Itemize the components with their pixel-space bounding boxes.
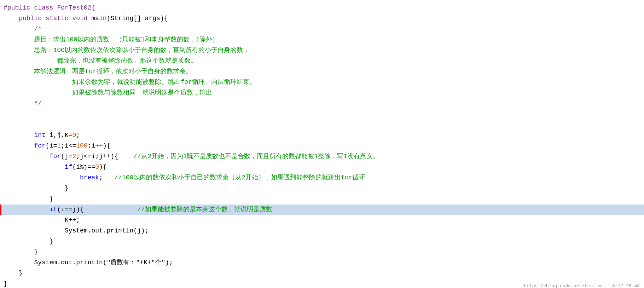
code-line: } bbox=[0, 268, 644, 279]
code-line: if(i==j){ //如果能被整除的是本身这个数，就说明是质数 bbox=[0, 205, 644, 215]
line-content: } bbox=[4, 236, 644, 247]
code-token: } bbox=[4, 185, 69, 192]
line-content: 如果被除数与除数相同，就说明这是个质数，输出。 bbox=[4, 88, 644, 98]
line-content: 思路：100以内的数依次依次除以小于自身的数，直到所有的小于自身的数， bbox=[4, 45, 644, 56]
code-line: */ bbox=[0, 98, 644, 109]
line-content: if(i==j){ //如果能被整除的是本身这个数，就说明是质数 bbox=[4, 205, 644, 215]
code-token bbox=[69, 15, 72, 22]
code-line: /* bbox=[0, 24, 644, 35]
code-token: ; bbox=[99, 174, 114, 181]
line-content bbox=[4, 120, 644, 130]
code-line: 本解法逻辑：两层for循环，依次对小于自身的数求余。 bbox=[0, 67, 644, 77]
code-token: 如果被除数与除数相同，就说明这是个质数，输出。 bbox=[4, 89, 219, 96]
code-token: for bbox=[50, 153, 61, 160]
code-token bbox=[4, 15, 19, 22]
line-content: K++; bbox=[4, 215, 644, 225]
code-token bbox=[42, 15, 46, 22]
code-token: #public class ForTest02{ bbox=[4, 4, 95, 11]
code-token bbox=[4, 174, 80, 181]
code-token: } bbox=[4, 280, 7, 287]
code-token: 100 bbox=[76, 142, 87, 149]
code-token: for bbox=[34, 142, 45, 149]
code-token: //100以内的数依次和小于自己的数求余（从2开始），如果遇到能整除的就跳出fo… bbox=[114, 174, 365, 181]
code-line: 如果余数为零，就说明能被整除。跳出for循环，内层循环结束。 bbox=[0, 77, 644, 88]
line-content: System.out.println(j); bbox=[4, 226, 644, 236]
code-token: ;i<= bbox=[61, 142, 76, 149]
code-token: ){ bbox=[99, 163, 107, 171]
line-content: for(j=2;j<=i;j++){ //从2开始，因为1既不是质数也不是合数，… bbox=[4, 151, 644, 162]
line-content: } bbox=[4, 183, 644, 194]
code-token: 0 bbox=[72, 132, 76, 139]
line-content bbox=[4, 109, 644, 119]
code-token bbox=[4, 132, 34, 139]
code-token: 思路：100以内的数依次依次除以小于自身的数，直到所有的小于自身的数， bbox=[4, 47, 249, 54]
code-token: 1 bbox=[57, 142, 61, 149]
code-line: } bbox=[0, 183, 644, 194]
code-token: (j= bbox=[61, 153, 72, 160]
code-token: 题目：求出100以内的质数。（只能被1和本身整数的数，1除外） bbox=[4, 36, 219, 43]
line-content: System.out.println("质数有："+K+"个"); bbox=[4, 258, 644, 268]
line-content: */ bbox=[4, 98, 644, 109]
code-token: if bbox=[50, 206, 57, 213]
code-line: } bbox=[0, 236, 644, 247]
code-token: K++; bbox=[4, 217, 80, 224]
line-content: 本解法逻辑：两层for循环，依次对小于自身的数求余。 bbox=[4, 67, 644, 77]
code-token: ;j<=i;j++){ bbox=[76, 153, 133, 160]
code-token: int bbox=[34, 132, 45, 139]
code-token: ;i++){ bbox=[88, 142, 111, 149]
code-token bbox=[4, 153, 50, 160]
code-token bbox=[4, 142, 34, 149]
code-token: if bbox=[65, 163, 72, 171]
line-content: if(i%j==0){ bbox=[4, 162, 644, 172]
code-line: 思路：100以内的数依次依次除以小于自身的数，直到所有的小于自身的数， bbox=[0, 45, 644, 56]
line-content: } bbox=[4, 247, 644, 257]
code-token: } bbox=[4, 195, 53, 202]
code-line: System.out.println("质数有："+K+"个"); bbox=[0, 258, 644, 268]
code-token: //如果能被整除的是本身这个数，就说明是质数 bbox=[137, 206, 272, 213]
code-token: */ bbox=[4, 100, 42, 107]
code-line: K++; bbox=[0, 215, 644, 226]
line-content: } bbox=[4, 194, 644, 204]
code-line: for(i=1;i<=100;i++){ bbox=[0, 141, 644, 151]
line-content: /* bbox=[4, 24, 644, 34]
code-token: (i==j){ bbox=[57, 206, 137, 213]
code-line: } bbox=[0, 247, 644, 258]
url-bar: https://blog.csdn.net/test_m... 8:17 28:… bbox=[524, 283, 640, 288]
code-token: 本解法逻辑：两层for循环，依次对小于自身的数求余。 bbox=[4, 68, 192, 75]
code-editor: #public class ForTest02{ public static v… bbox=[0, 0, 644, 288]
code-token: 2 bbox=[72, 153, 76, 160]
line-content: break; //100以内的数依次和小于自己的数求余（从2开始），如果遇到能整… bbox=[4, 173, 644, 183]
code-token: (i%j== bbox=[72, 163, 95, 171]
code-line: } bbox=[0, 194, 644, 205]
line-content: 题目：求出100以内的质数。（只能被1和本身整数的数，1除外） bbox=[4, 35, 644, 45]
code-token: ; bbox=[76, 132, 80, 139]
code-line bbox=[0, 109, 644, 120]
code-line: 都除完，也没有被整除的数。那这个数就是质数。 bbox=[0, 56, 644, 67]
code-line: 题目：求出100以内的质数。（只能被1和本身整数的数，1除外） bbox=[0, 35, 644, 45]
line-content: #public class ForTest02{ bbox=[4, 3, 644, 13]
code-token: break bbox=[80, 174, 99, 181]
code-token: } bbox=[4, 270, 23, 277]
code-token: static bbox=[46, 15, 69, 22]
code-line: public static void main(String[] args){ bbox=[0, 13, 644, 24]
line-content: 如果余数为零，就说明能被整除。跳出for循环，内层循环结束。 bbox=[4, 77, 644, 87]
error-marker bbox=[0, 205, 1, 215]
line-content: int i,j,K=0; bbox=[4, 130, 644, 140]
code-token: void bbox=[72, 15, 87, 22]
code-token: 0 bbox=[95, 163, 99, 171]
code-token bbox=[4, 163, 65, 171]
code-line: System.out.println(j); bbox=[0, 226, 644, 236]
code-line: 如果被除数与除数相同，就说明这是个质数，输出。 bbox=[0, 88, 644, 98]
line-content: public static void main(String[] args){ bbox=[4, 13, 644, 24]
code-token: System.out.println("质数有："+K+"个"); bbox=[4, 259, 173, 266]
code-token: 都除完，也没有被整除的数。那这个数就是质数。 bbox=[4, 57, 197, 64]
code-token: i,j,K= bbox=[46, 132, 72, 139]
line-content: 都除完，也没有被整除的数。那这个数就是质数。 bbox=[4, 56, 644, 66]
code-token: } bbox=[4, 238, 53, 245]
code-line: if(i%j==0){ bbox=[0, 162, 644, 173]
code-line: break; //100以内的数依次和小于自己的数求余（从2开始），如果遇到能整… bbox=[0, 173, 644, 183]
code-token: System.out.println(j); bbox=[4, 227, 149, 234]
code-line: #public class ForTest02{ bbox=[0, 3, 644, 13]
code-token bbox=[4, 206, 50, 213]
code-token: //从2开始，因为1既不是质数也不是合数，而且所有的数都能被1整除，写1没有意义… bbox=[133, 153, 379, 160]
